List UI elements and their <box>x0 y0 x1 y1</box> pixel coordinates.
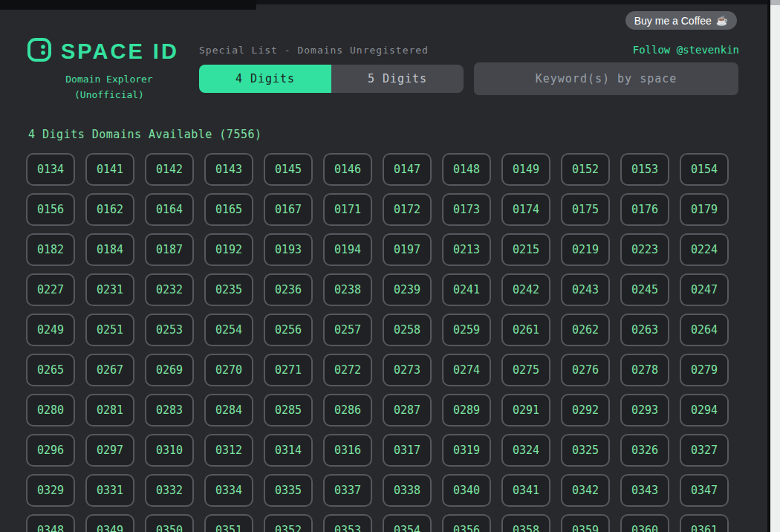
domain-button[interactable]: 0332 <box>145 474 194 507</box>
domain-button[interactable]: 0352 <box>264 514 313 532</box>
domain-button[interactable]: 0219 <box>561 233 610 266</box>
domain-button[interactable]: 0270 <box>204 354 253 386</box>
domain-button[interactable]: 0278 <box>620 354 669 386</box>
domain-button[interactable]: 0293 <box>620 394 669 426</box>
domain-button[interactable]: 0236 <box>264 273 313 306</box>
domain-button[interactable]: 0319 <box>442 434 491 467</box>
domain-button[interactable]: 0213 <box>442 233 491 266</box>
domain-button[interactable]: 0285 <box>264 394 313 426</box>
domain-button[interactable]: 0341 <box>501 474 550 507</box>
domain-button[interactable]: 0281 <box>85 394 134 426</box>
tab-4-digits[interactable]: 4 Digits <box>199 65 331 93</box>
scrollbar-thumb[interactable] <box>770 0 780 5</box>
domain-button[interactable]: 0231 <box>85 273 134 306</box>
domain-button[interactable]: 0243 <box>561 273 610 306</box>
domain-button[interactable]: 0184 <box>85 233 134 266</box>
domain-button[interactable]: 0142 <box>145 153 194 186</box>
domain-button[interactable]: 0224 <box>680 233 729 266</box>
domain-button[interactable]: 0256 <box>264 314 313 346</box>
domain-button[interactable]: 0271 <box>264 354 313 386</box>
domain-button[interactable]: 0143 <box>204 153 253 186</box>
domain-button[interactable]: 0284 <box>204 394 253 426</box>
domain-button[interactable]: 0275 <box>501 354 550 386</box>
domain-button[interactable]: 0171 <box>323 193 372 226</box>
domain-button[interactable]: 0340 <box>442 474 491 507</box>
domain-button[interactable]: 0349 <box>85 514 134 532</box>
domain-button[interactable]: 0241 <box>442 273 491 306</box>
domain-button[interactable]: 0164 <box>145 193 194 226</box>
domain-button[interactable]: 0197 <box>383 233 432 266</box>
domain-button[interactable]: 0182 <box>26 233 75 266</box>
domain-button[interactable]: 0192 <box>204 233 253 266</box>
domain-button[interactable]: 0187 <box>145 233 194 266</box>
domain-button[interactable]: 0348 <box>26 514 75 532</box>
domain-button[interactable]: 0286 <box>323 394 372 426</box>
domain-button[interactable]: 0329 <box>26 474 75 507</box>
domain-button[interactable]: 0172 <box>383 193 432 226</box>
domain-button[interactable]: 0291 <box>501 394 550 426</box>
domain-button[interactable]: 0331 <box>85 474 134 507</box>
domain-button[interactable]: 0361 <box>680 514 729 532</box>
domain-button[interactable]: 0156 <box>26 193 75 226</box>
domain-button[interactable]: 0194 <box>323 233 372 266</box>
domain-button[interactable]: 0292 <box>561 394 610 426</box>
domain-button[interactable]: 0269 <box>145 354 194 386</box>
domain-button[interactable]: 0347 <box>680 474 729 507</box>
domain-button[interactable]: 0148 <box>442 153 491 186</box>
domain-button[interactable]: 0353 <box>323 514 372 532</box>
domain-button[interactable]: 0289 <box>442 394 491 426</box>
domain-button[interactable]: 0279 <box>680 354 729 386</box>
domain-button[interactable]: 0359 <box>561 514 610 532</box>
domain-button[interactable]: 0325 <box>561 434 610 467</box>
domain-button[interactable]: 0335 <box>264 474 313 507</box>
domain-button[interactable]: 0238 <box>323 273 372 306</box>
domain-button[interactable]: 0141 <box>85 153 134 186</box>
scrollbar-track[interactable] <box>770 0 780 532</box>
domain-button[interactable]: 0173 <box>442 193 491 226</box>
domain-button[interactable]: 0261 <box>501 314 550 346</box>
domain-button[interactable]: 0251 <box>85 314 134 346</box>
domain-button[interactable]: 0223 <box>620 233 669 266</box>
domain-button[interactable]: 0152 <box>561 153 610 186</box>
domain-button[interactable]: 0174 <box>501 193 550 226</box>
domain-button[interactable]: 0179 <box>680 193 729 226</box>
domain-button[interactable]: 0354 <box>383 514 432 532</box>
domain-button[interactable]: 0327 <box>680 434 729 467</box>
domain-button[interactable]: 0272 <box>323 354 372 386</box>
domain-button[interactable]: 0324 <box>501 434 550 467</box>
domain-button[interactable]: 0287 <box>383 394 432 426</box>
domain-button[interactable]: 0342 <box>561 474 610 507</box>
domain-button[interactable]: 0239 <box>383 273 432 306</box>
buy-me-a-coffee-button[interactable]: Buy me a Coffee ☕ <box>625 11 737 30</box>
domain-button[interactable]: 0296 <box>26 434 75 467</box>
domain-button[interactable]: 0273 <box>383 354 432 386</box>
tab-5-digits[interactable]: 5 Digits <box>331 65 464 93</box>
domain-button[interactable]: 0258 <box>383 314 432 346</box>
domain-button[interactable]: 0215 <box>501 233 550 266</box>
domain-button[interactable]: 0242 <box>501 273 550 306</box>
domain-button[interactable]: 0259 <box>442 314 491 346</box>
domain-button[interactable]: 0274 <box>442 354 491 386</box>
domain-button[interactable]: 0257 <box>323 314 372 346</box>
domain-button[interactable]: 0145 <box>264 153 313 186</box>
domain-button[interactable]: 0153 <box>620 153 669 186</box>
domain-button[interactable]: 0247 <box>680 273 729 306</box>
domain-button[interactable]: 0312 <box>204 434 253 467</box>
domain-button[interactable]: 0358 <box>501 514 550 532</box>
domain-button[interactable]: 0314 <box>264 434 313 467</box>
domain-button[interactable]: 0235 <box>204 273 253 306</box>
domain-button[interactable]: 0350 <box>145 514 194 532</box>
domain-button[interactable]: 0254 <box>204 314 253 346</box>
domain-button[interactable]: 0227 <box>26 273 75 306</box>
domain-button[interactable]: 0283 <box>145 394 194 426</box>
domain-button[interactable]: 0360 <box>620 514 669 532</box>
domain-button[interactable]: 0146 <box>323 153 372 186</box>
keyword-search-input[interactable] <box>474 62 738 95</box>
domain-button[interactable]: 0262 <box>561 314 610 346</box>
domain-button[interactable]: 0245 <box>620 273 669 306</box>
domain-button[interactable]: 0249 <box>26 314 75 346</box>
domain-button[interactable]: 0165 <box>204 193 253 226</box>
domain-button[interactable]: 0264 <box>680 314 729 346</box>
domain-button[interactable]: 0175 <box>561 193 610 226</box>
domain-button[interactable]: 0297 <box>85 434 134 467</box>
